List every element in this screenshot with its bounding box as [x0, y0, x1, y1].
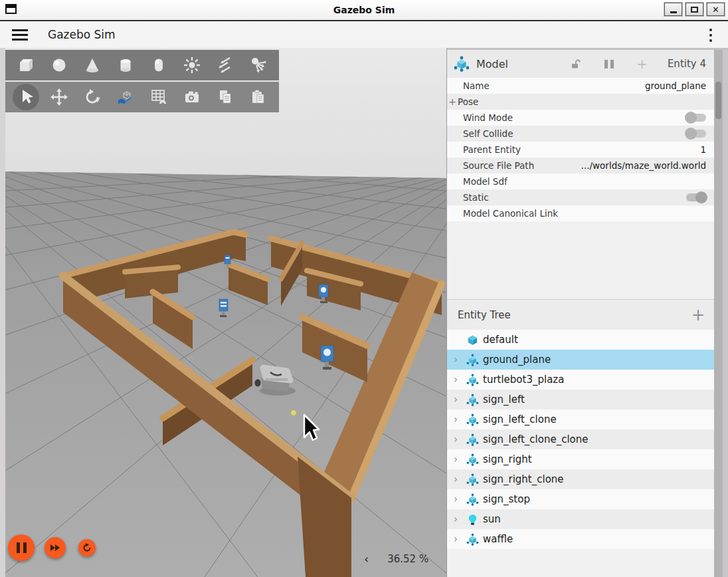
inspector-empty-area: [447, 221, 714, 300]
minimize-button[interactable]: [664, 3, 682, 16]
close-button[interactable]: ✕: [707, 3, 725, 16]
wind-mode-toggle[interactable]: [686, 114, 706, 122]
tree-item-sun[interactable]: ›sun: [447, 509, 714, 529]
align-icon[interactable]: [109, 83, 142, 111]
titlebar: Gazebo Sim ✕: [0, 0, 728, 20]
kebab-menu-icon[interactable]: [709, 29, 712, 42]
tree-item-label: sign_stop: [483, 493, 530, 505]
copy-icon[interactable]: [209, 83, 242, 111]
tree-item-sign-stop[interactable]: ›sign_stop: [447, 489, 714, 509]
property-list: Nameground_plane+PoseWind ModeSelf Colli…: [447, 78, 714, 221]
hamburger-icon[interactable]: [12, 29, 28, 41]
property-value: 1: [700, 144, 706, 155]
property-label: Static: [463, 192, 489, 203]
light-icon: [464, 513, 480, 526]
static-toggle[interactable]: [686, 193, 706, 201]
tree-item-sign-right[interactable]: ›sign_right: [447, 449, 714, 469]
tree-item-ground-plane[interactable]: ›ground_plane: [447, 350, 714, 370]
model-icon: [464, 453, 480, 466]
point-light-icon[interactable]: [175, 51, 209, 79]
tree-item-label: sign_right_clone: [483, 473, 564, 485]
rotate-icon[interactable]: [76, 83, 109, 111]
property-row-model-sdf: Model Sdf: [447, 173, 714, 189]
directional-light-icon[interactable]: [209, 51, 242, 79]
reset-icon: [82, 543, 92, 552]
component-inspector-header: Model + Entity 4: [447, 50, 714, 78]
tree-expand-chevron[interactable]: ›: [447, 473, 464, 485]
sphere-icon[interactable]: [43, 51, 76, 79]
tree-item-sign-right-clone[interactable]: ›sign_right_clone: [447, 469, 714, 489]
world-icon: [464, 334, 480, 346]
model-icon: [464, 374, 480, 386]
entity-label: Entity 4: [668, 58, 706, 70]
tree-expand-chevron[interactable]: ›: [447, 413, 464, 425]
render-viewport[interactable]: ‹ 36.52 %: [5, 48, 446, 577]
rtf-value: 36.52 %: [387, 553, 428, 565]
tree-expand-chevron[interactable]: ›: [447, 374, 464, 386]
tree-item-label: default: [483, 334, 518, 346]
tree-item-turtlebot3-plaza[interactable]: ›turtlebot3_plaza: [447, 370, 714, 390]
tree-item-sign-left[interactable]: ›sign_left: [447, 390, 714, 409]
tree-expand-chevron[interactable]: ›: [447, 453, 464, 465]
model-icon: [454, 56, 470, 72]
paste-icon[interactable]: [242, 83, 275, 111]
tree-expand-chevron[interactable]: ›: [447, 533, 464, 545]
self-collide-toggle[interactable]: [686, 130, 706, 138]
maximize-icon: [691, 7, 698, 13]
property-label: Source File Path: [463, 160, 534, 171]
step-icon: [50, 544, 60, 552]
tree-item-default[interactable]: default: [447, 330, 714, 350]
inspector-plus-icon[interactable]: +: [636, 56, 648, 72]
screenshot-icon[interactable]: [175, 83, 209, 111]
spot-light-icon[interactable]: [242, 51, 275, 79]
model-icon: [464, 493, 480, 506]
tree-item-label: sign_left_clone_clone: [483, 433, 588, 445]
gazebo-window: Gazebo Sim ✕ Gazebo Sim: [0, 0, 728, 577]
tree-item-sign-left-clone-clone[interactable]: ›sign_left_clone_clone: [447, 429, 714, 449]
tree-item-label: sign_right: [483, 453, 532, 465]
tree-item-sign-left-clone[interactable]: ›sign_left_clone: [447, 409, 714, 429]
tree-expand-chevron[interactable]: ›: [447, 394, 464, 405]
property-row-self-collide: Self Collide: [447, 126, 714, 142]
select-arrow-icon[interactable]: [9, 83, 43, 111]
translate-icon[interactable]: [43, 83, 76, 111]
tree-item-label: sign_left_clone: [483, 413, 557, 425]
panel-scrollbar[interactable]: [714, 50, 723, 577]
capsule-icon[interactable]: [142, 51, 175, 79]
rtf-collapse-chevron[interactable]: ‹: [364, 553, 369, 565]
tree-item-waffle[interactable]: ›waffle: [447, 529, 714, 549]
property-label: Wind Mode: [463, 112, 513, 123]
snap-grid-icon[interactable]: [142, 83, 175, 111]
box-icon[interactable]: [9, 51, 43, 79]
lock-open-icon[interactable]: [570, 58, 581, 69]
inspector-pause-icon[interactable]: [604, 60, 614, 68]
tree-expand-chevron[interactable]: ›: [447, 513, 464, 525]
cone-icon[interactable]: [76, 51, 109, 79]
entity-tree-title: Entity Tree: [458, 309, 511, 321]
property-label: Model Canonical Link: [463, 208, 558, 219]
tree-expand-chevron[interactable]: ›: [447, 493, 464, 505]
maximize-button[interactable]: [685, 3, 703, 16]
property-value: ground_plane: [645, 80, 706, 91]
minimize-icon: [670, 11, 677, 13]
property-row-static: Static: [447, 189, 714, 205]
inspector-title: Model: [476, 58, 508, 70]
property-row-parent-entity: Parent Entity1: [447, 142, 714, 158]
pause-button[interactable]: [8, 534, 35, 561]
tree-expand-chevron[interactable]: ›: [447, 354, 464, 366]
model-icon: [464, 433, 480, 446]
cylinder-icon[interactable]: [109, 51, 142, 79]
model-icon: [464, 394, 480, 406]
shape-toolbar-row2: [5, 82, 279, 112]
tree-item-label: waffle: [483, 533, 513, 545]
pose-expander-icon[interactable]: +: [447, 96, 458, 107]
scrollbar-thumb[interactable]: [715, 82, 721, 119]
entity-tree-add-icon[interactable]: +: [691, 307, 705, 323]
tree-expand-chevron[interactable]: ›: [447, 433, 464, 445]
model-icon: [464, 533, 480, 546]
step-button[interactable]: [45, 537, 66, 558]
reset-button[interactable]: [78, 539, 96, 556]
entity-tree-header: Entity Tree +: [447, 300, 714, 330]
window-frame-right: [723, 50, 728, 577]
tree-item-label: sun: [483, 513, 501, 525]
